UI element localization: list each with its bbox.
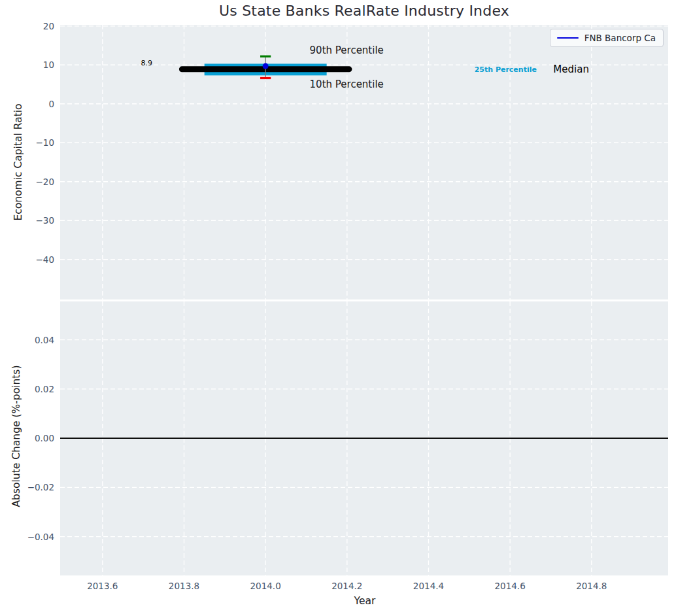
x-tick-label-2013-6: 2013.6 [87,581,118,591]
y-tick-label-20: −20 [36,177,55,187]
y-tick-label-0-00: 0.00 [35,433,54,443]
figure: Us State Banks RealRate Industry Index E… [0,0,676,616]
y-tick-label-0-02: −0.02 [27,482,54,492]
x-tick-label-2013-8: 2013.8 [169,581,199,591]
annotation-90th-percentile: 90th Percentile [310,44,384,56]
y-tick-label-0-04: −0.04 [27,532,54,542]
y-tick-label-40: −40 [36,254,55,265]
annotation-25th-percentile: 25th Percentile [475,65,537,74]
x-tick-label-2014-2: 2014.2 [331,581,362,591]
y-tick-label-10: −10 [36,137,55,148]
annotation-10th-percentile: 10th Percentile [310,78,384,90]
y-axis-label-absolute-change: Absolute Change (%-points) [10,366,22,507]
x-tick-label-2014-6: 2014.6 [495,581,526,591]
annotation-8-9: 8.9 [141,59,152,67]
y-tick-label-20: 20 [43,21,54,31]
y-tick-label-30: −30 [36,215,55,226]
chart-title: Us State Banks RealRate Industry Index [60,3,668,19]
x-tick-label-2014-0: 2014.0 [250,581,281,591]
y-tick-label-0-04: 0.04 [35,335,54,345]
x-tick-label-2014-4: 2014.4 [413,581,444,591]
x-axis-label-year: Year [354,595,376,607]
y-tick-label-0: 0 [48,99,54,109]
bottom-plot-canvas [60,301,668,575]
y-tick-label-0-02: 0.02 [35,384,54,394]
fnb-bancorp-ca-marker [263,63,269,69]
legend-label: FNB Bancorp Ca [584,33,656,43]
bottom-plot-area [60,301,668,575]
legend: FNB Bancorp Ca [550,29,664,47]
y-tick-label-10: 10 [43,60,54,70]
x-tick-label-2014-8: 2014.8 [576,581,607,591]
y-axis-label-economic-capital-ratio: Economic Capital Ratio [12,103,24,220]
legend-line-sample [557,37,579,39]
annotation-median: Median [553,63,589,75]
